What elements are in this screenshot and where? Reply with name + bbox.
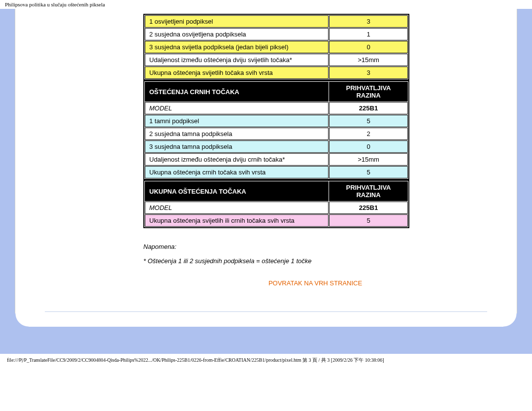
cell-value: 0 (329, 140, 408, 153)
page-header: Philipsova politika u slučaju oštećenih … (0, 0, 532, 9)
table-row: Ukupna oštećenja crnih točaka svih vrsta… (145, 166, 408, 178)
cell-label: 2 susjedna tamna podpiksela (145, 128, 329, 140)
table-row: 1 osvijetljeni podpiksel3 (145, 15, 408, 28)
table-row: Ukupna oštećenja svijetlih ili crnih toč… (145, 214, 408, 227)
cell-label: Ukupna oštećenja svijetlih ili crnih toč… (145, 214, 329, 227)
cell-label: Ukupna oštećenja svijetlih točaka svih v… (145, 67, 329, 79)
content-box: 1 osvijetljeni podpiksel32 susjedna osvi… (15, 9, 517, 327)
cell-value: 5 (329, 166, 408, 178)
cell-label: 3 susjedna tamna podpiksela (145, 140, 329, 153)
header-left: UKUPNA OŠTEĆENJA TOČAKA (145, 181, 329, 201)
cell-label: 3 susjedna svijetla podpiksela (jedan bi… (145, 41, 329, 53)
cell-label: Udaljenost između oštećenja dviju crnih … (145, 153, 329, 166)
model-value: 225B1 (329, 202, 408, 214)
separator-line (45, 311, 487, 312)
header-right: PRIHVATLJIVA RAZINA (329, 82, 408, 102)
cell-label: 2 susjedna osvijetljena podpiksela (145, 28, 329, 40)
table-header-row: OŠTEĆENJA CRNIH TOČAKA PRIHVATLJIVA RAZI… (145, 82, 408, 102)
table-row: 2 susjedna tamna podpiksela2 (145, 128, 408, 140)
table-row: 2 susjedna osvijetljena podpiksela1 (145, 28, 408, 40)
total-dots-table: UKUPNA OŠTEĆENJA TOČAKA PRIHVATLJIVA RAZ… (143, 180, 409, 228)
cell-label: Udaljenost između oštećenja dviju svijet… (145, 54, 329, 66)
table-row: Udaljenost između oštećenja dviju crnih … (145, 153, 408, 166)
cell-value: 5 (329, 115, 408, 127)
cell-value: 3 (329, 67, 408, 79)
note-label: Napomena: (143, 243, 487, 250)
cell-value: 1 (329, 28, 408, 40)
table-header-row: UKUPNA OŠTEĆENJA TOČAKA PRIHVATLJIVA RAZ… (145, 181, 408, 201)
corner-bottom-right (503, 313, 517, 327)
table-row: 1 tamni podpiksel5 (145, 115, 408, 127)
model-label: MODEL (145, 102, 329, 114)
table-row: Udaljenost između oštećenja dviju svijet… (145, 54, 408, 66)
model-value: 225B1 (329, 102, 408, 114)
model-row: MODEL 225B1 (145, 202, 408, 214)
back-to-top-link[interactable]: POVRATAK NA VRH STRANICE (143, 279, 487, 287)
header-left: OŠTEĆENJA CRNIH TOČAKA (145, 82, 329, 102)
cell-value: >15mm (329, 54, 408, 66)
cell-value: 5 (329, 214, 408, 227)
bright-dots-table: 1 osvijetljeni podpiksel32 susjedna osvi… (143, 14, 409, 80)
cell-label: 1 osvijetljeni podpiksel (145, 15, 329, 28)
page-background: 1 osvijetljeni podpiksel32 susjedna osvi… (0, 9, 532, 354)
model-label: MODEL (145, 202, 329, 214)
dark-dots-table: OŠTEĆENJA CRNIH TOČAKA PRIHVATLJIVA RAZI… (143, 80, 409, 180)
cell-label: 1 tamni podpiksel (145, 115, 329, 127)
table-row: Ukupna oštećenja svijetlih točaka svih v… (145, 67, 408, 79)
content-inner: 1 osvijetljeni podpiksel32 susjedna osvi… (114, 9, 517, 297)
cell-label: Ukupna oštećenja crnih točaka svih vrsta (145, 166, 329, 178)
cell-value: 3 (329, 15, 408, 28)
header-right: PRIHVATLJIVA RAZINA (329, 181, 408, 201)
footnote-text: * Oštećenja 1 ili 2 susjednih podpiksela… (143, 257, 487, 265)
footer-file-path: file:///P|/P_TranslateFile/CC9/2009/2/CC… (0, 354, 532, 367)
model-row: MODEL 225B1 (145, 102, 408, 114)
cell-value: >15mm (329, 153, 408, 166)
cell-value: 2 (329, 128, 408, 140)
corner-bottom-left (15, 313, 29, 327)
cell-value: 0 (329, 41, 408, 53)
table-row: 3 susjedna svijetla podpiksela (jedan bi… (145, 41, 408, 53)
table-row: 3 susjedna tamna podpiksela0 (145, 140, 408, 153)
